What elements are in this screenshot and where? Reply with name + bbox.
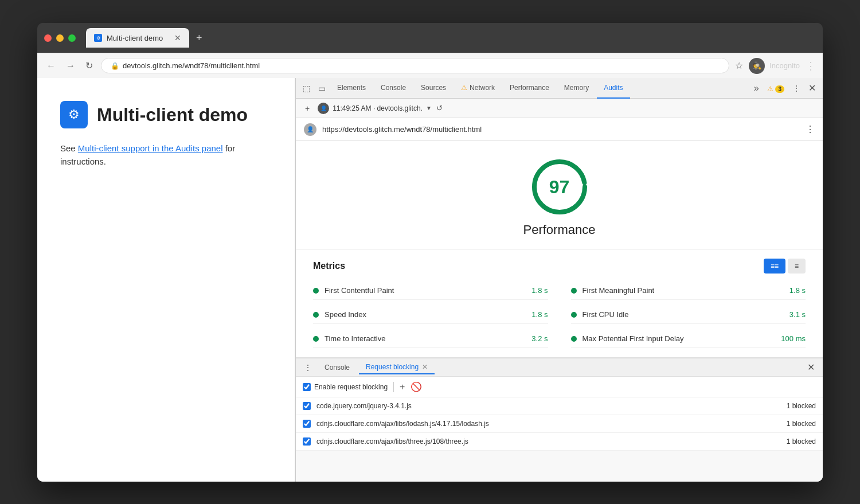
blocking-url-3: cdnjs.cloudflare.com/ajax/libs/three.js/… xyxy=(316,437,781,446)
metric-value: 3.1 s xyxy=(789,310,806,319)
metric-row: Time to Interactive 3.2 s xyxy=(313,330,548,348)
warning-badge: 3 xyxy=(775,85,784,93)
browser-menu-button[interactable]: ⋮ xyxy=(806,60,816,72)
tab-sources-label: Sources xyxy=(421,84,446,92)
audits-url: https://devtools.glitch.me/wndt78/multic… xyxy=(322,125,800,134)
tab-audits[interactable]: Audits xyxy=(597,78,630,99)
warning-icon: ⚠ xyxy=(767,85,773,93)
tab-title: Multi-client demo xyxy=(107,34,163,42)
view-toggle: ≡≡ ≡ xyxy=(764,259,806,274)
metric-name: Time to Interactive xyxy=(325,334,526,343)
toggle-grid-view[interactable]: ≡≡ xyxy=(764,259,785,274)
drawer-menu-button[interactable]: ⋮ xyxy=(300,362,315,373)
blocking-row-1: code.jquery.com/jquery-3.4.1.js 1 blocke… xyxy=(296,397,823,415)
block-all-button[interactable]: 🚫 xyxy=(411,381,422,392)
blocking-row-3: cdnjs.cloudflare.com/ajax/libs/three.js/… xyxy=(296,433,823,451)
blocking-row-2: cdnjs.cloudflare.com/ajax/libs/lodash.js… xyxy=(296,415,823,433)
blocking-url-2: cdnjs.cloudflare.com/ajax/libs/lodash.js… xyxy=(316,420,781,428)
page-title: Multi-client demo xyxy=(97,104,248,126)
blocking-checkbox-1[interactable] xyxy=(303,402,311,410)
inspect-element-button[interactable]: ⬚ xyxy=(299,81,314,95)
close-traffic-light[interactable] xyxy=(44,34,52,42)
main-content: ⚙ Multi-client demo See Multi-client sup… xyxy=(37,78,823,482)
drawer-tab-console[interactable]: Console xyxy=(318,361,357,374)
maximize-traffic-light[interactable] xyxy=(68,34,76,42)
drawer-tab-close[interactable]: ✕ xyxy=(422,363,428,371)
metric-row: First Meaningful Paint 1.8 s xyxy=(571,282,806,300)
audits-panel-link[interactable]: Multi-client support in the Audits panel xyxy=(78,143,223,153)
page-logo: ⚙ xyxy=(60,101,88,128)
score-label: Performance xyxy=(523,222,596,237)
drawer-tab-request-blocking[interactable]: Request blocking ✕ xyxy=(359,361,435,374)
audit-session: 👤 11:49:25 AM · devtools.glitch. ▼ xyxy=(318,103,432,114)
tab-console[interactable]: Console xyxy=(374,78,413,99)
address-input[interactable]: 🔒 devtools.glitch.me/wndt78/multiclient.… xyxy=(101,58,729,73)
session-dropdown[interactable]: ▼ xyxy=(426,105,432,111)
metric-dot xyxy=(571,312,577,318)
tab-memory[interactable]: Memory xyxy=(557,78,596,99)
enable-blocking-label[interactable]: Enable request blocking xyxy=(303,383,388,391)
active-tab[interactable]: ⚙ Multi-client demo ✕ xyxy=(86,28,189,48)
console-drawer: ⋮ Console Request blocking ✕ ✕ Enable re… xyxy=(296,358,823,482)
audits-more-button[interactable]: ⋮ xyxy=(806,124,815,135)
metrics-section: Metrics ≡≡ ≡ First Contentful Paint 1.8 … xyxy=(296,249,823,358)
tab-network-label: Network xyxy=(470,84,495,92)
tab-performance-label: Performance xyxy=(510,84,549,92)
drawer-tabs: ⋮ Console Request blocking ✕ ✕ xyxy=(296,358,823,377)
drawer-request-blocking-label: Request blocking xyxy=(366,363,419,371)
metric-value: 1.8 s xyxy=(789,286,806,295)
metric-dot xyxy=(571,288,577,294)
settings-button[interactable]: ⋮ xyxy=(789,81,804,95)
session-text: 11:49:25 AM · devtools.glitch. xyxy=(333,104,423,112)
metric-name: First Meaningful Paint xyxy=(583,286,784,295)
enable-blocking-text: Enable request blocking xyxy=(314,383,388,391)
metric-name: First Contentful Paint xyxy=(325,286,526,295)
blocking-checkbox-3[interactable] xyxy=(303,437,311,446)
metric-dot xyxy=(571,336,577,342)
back-button[interactable]: ← xyxy=(44,58,58,73)
drawer-console-label: Console xyxy=(325,364,350,372)
toolbar-divider xyxy=(393,382,394,392)
devtools-close-button[interactable]: ✕ xyxy=(805,80,819,96)
forward-button[interactable]: → xyxy=(64,58,77,73)
page-logo-icon: ⚙ xyxy=(68,107,80,122)
bookmark-button[interactable]: ☆ xyxy=(735,60,743,71)
more-tabs-button[interactable]: » xyxy=(750,81,763,96)
metric-value: 1.8 s xyxy=(531,310,548,319)
enable-blocking-checkbox[interactable] xyxy=(303,383,311,391)
devtools-panel: ⬚ ▭ Elements Console Sources ⚠ Network P… xyxy=(295,78,823,482)
tab-performance[interactable]: Performance xyxy=(503,78,556,99)
metric-row: First CPU Idle 3.1 s xyxy=(571,306,806,324)
tab-close-button[interactable]: ✕ xyxy=(174,33,181,42)
tab-elements[interactable]: Elements xyxy=(330,78,373,99)
metric-name: Speed Index xyxy=(325,310,526,319)
metric-value: 3.2 s xyxy=(531,334,548,343)
metric-name: Max Potential First Input Delay xyxy=(583,334,776,343)
tab-audits-label: Audits xyxy=(604,84,623,92)
blocking-list: code.jquery.com/jquery-3.4.1.js 1 blocke… xyxy=(296,397,823,451)
device-toggle-button[interactable]: ▭ xyxy=(315,81,329,95)
session-reload[interactable]: ↺ xyxy=(436,104,443,112)
new-audit-button[interactable]: + xyxy=(302,101,313,115)
warning-badge-area[interactable]: ⚠ 3 xyxy=(764,81,788,95)
drawer-close-button[interactable]: ✕ xyxy=(804,361,818,374)
blocking-url-1: code.jquery.com/jquery-3.4.1.js xyxy=(316,402,781,410)
tab-console-label: Console xyxy=(381,84,406,92)
blocking-checkbox-2[interactable] xyxy=(303,420,311,428)
new-tab-button[interactable]: + xyxy=(191,30,207,46)
incognito-avatar: 🕵 xyxy=(749,58,765,74)
tab-network[interactable]: ⚠ Network xyxy=(454,78,502,99)
metric-value: 1.8 s xyxy=(531,286,548,295)
metric-value: 100 ms xyxy=(781,334,806,343)
score-number: 97 xyxy=(549,177,570,198)
toggle-list-view[interactable]: ≡ xyxy=(788,259,806,274)
metric-row: Max Potential First Input Delay 100 ms xyxy=(571,330,806,348)
description-prefix: See xyxy=(60,143,78,153)
metric-row: Speed Index 1.8 s xyxy=(313,306,548,324)
minimize-traffic-light[interactable] xyxy=(56,34,64,42)
reload-button[interactable]: ↻ xyxy=(83,58,95,73)
tab-sources[interactable]: Sources xyxy=(414,78,453,99)
metrics-title: Metrics xyxy=(313,261,345,271)
score-section: 97 Performance xyxy=(296,141,823,249)
add-blocking-rule-button[interactable]: + xyxy=(400,382,405,392)
